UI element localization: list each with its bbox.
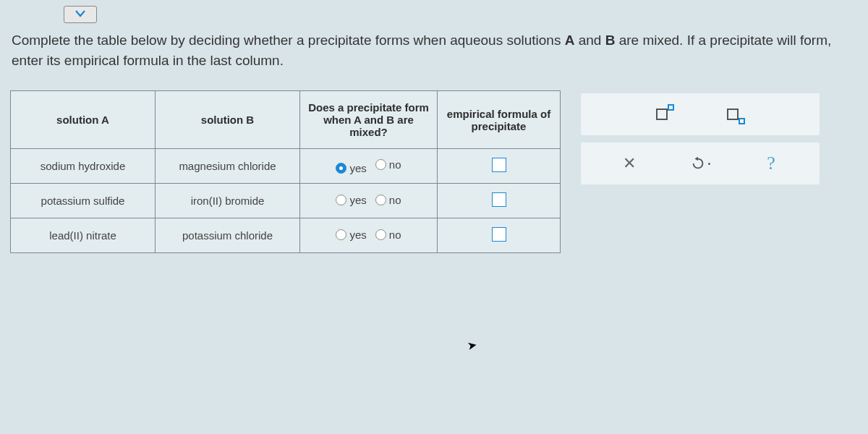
radio-icon bbox=[336, 163, 346, 174]
radio-yes[interactable]: yes bbox=[336, 162, 366, 174]
question-page: Complete the table below by deciding whe… bbox=[0, 0, 868, 263]
cell-empirical-formula bbox=[438, 218, 561, 253]
collapse-toggle[interactable] bbox=[64, 6, 97, 23]
table-row: potassium sulfideiron(II) bromideyesno bbox=[11, 184, 561, 218]
header-solution-b: solution B bbox=[156, 91, 300, 149]
radio-yes-label: yes bbox=[349, 162, 366, 174]
question-icon: ? bbox=[767, 153, 775, 174]
radio-no-label: no bbox=[389, 194, 401, 206]
chevron-down-icon bbox=[75, 8, 86, 18]
help-button[interactable]: ? bbox=[755, 151, 787, 176]
radio-icon bbox=[336, 195, 346, 205]
cursor-icon: ➤ bbox=[466, 338, 477, 353]
tool-panel: ✕ • ? bbox=[581, 93, 820, 184]
cell-solution-b: iron(II) bromide bbox=[156, 184, 300, 218]
radio-icon bbox=[375, 229, 386, 240]
radio-icon bbox=[375, 195, 386, 205]
table-header-row: solution A solution B Does a precipitate… bbox=[11, 91, 561, 149]
radio-icon bbox=[375, 159, 386, 170]
subscript-icon bbox=[726, 106, 745, 122]
cell-precipitate-choice: yesno bbox=[300, 184, 438, 218]
radio-no[interactable]: no bbox=[375, 229, 401, 241]
cell-solution-a: lead(II) nitrate bbox=[11, 218, 156, 253]
header-empirical-formula: empirical formula of precipitate bbox=[438, 91, 561, 149]
radio-icon bbox=[336, 229, 346, 240]
superscript-icon bbox=[655, 106, 674, 122]
content-row: solution A solution B Does a precipitate… bbox=[10, 90, 858, 253]
header-precipitate-question: Does a precipitate form when A and B are… bbox=[300, 91, 438, 149]
radio-no-label: no bbox=[389, 158, 401, 171]
table-row: sodium hydroxidemagnesium chlorideyesno bbox=[11, 149, 561, 184]
action-tool-row: ✕ • ? bbox=[581, 142, 820, 184]
format-tool-row bbox=[581, 93, 820, 135]
radio-yes[interactable]: yes bbox=[336, 229, 366, 241]
table-row: lead(II) nitratepotassium chlorideyesno bbox=[11, 218, 561, 253]
formula-input[interactable] bbox=[492, 192, 506, 207]
radio-no-label: no bbox=[389, 229, 401, 241]
formula-input[interactable] bbox=[492, 158, 506, 172]
question-prompt: Complete the table below by deciding whe… bbox=[12, 30, 856, 70]
cell-precipitate-choice: yesno bbox=[300, 218, 438, 253]
cell-solution-a: potassium sulfide bbox=[11, 184, 156, 218]
cell-solution-a: sodium hydroxide bbox=[11, 149, 156, 184]
radio-yes-label: yes bbox=[349, 194, 366, 206]
cell-empirical-formula bbox=[438, 149, 561, 184]
formula-input[interactable] bbox=[492, 227, 506, 242]
radio-no[interactable]: no bbox=[375, 194, 401, 206]
radio-no[interactable]: no bbox=[375, 158, 401, 171]
superscript-button[interactable] bbox=[649, 102, 681, 127]
undo-icon bbox=[690, 156, 706, 171]
cell-empirical-formula bbox=[438, 184, 561, 218]
precipitate-table: solution A solution B Does a precipitate… bbox=[10, 90, 561, 253]
radio-yes-label: yes bbox=[349, 229, 366, 241]
radio-yes[interactable]: yes bbox=[336, 194, 366, 206]
cell-precipitate-choice: yesno bbox=[300, 149, 438, 184]
undo-button[interactable]: • bbox=[684, 151, 716, 176]
clear-button[interactable]: ✕ bbox=[613, 151, 645, 176]
table-body: sodium hydroxidemagnesium chlorideyesnop… bbox=[11, 149, 561, 253]
header-solution-a: solution A bbox=[11, 91, 156, 149]
subscript-button[interactable] bbox=[720, 102, 752, 127]
cell-solution-b: magnesium chloride bbox=[156, 149, 300, 184]
cell-solution-b: potassium chloride bbox=[156, 218, 300, 253]
undo-dot-icon: • bbox=[708, 160, 711, 168]
close-icon: ✕ bbox=[623, 154, 636, 173]
